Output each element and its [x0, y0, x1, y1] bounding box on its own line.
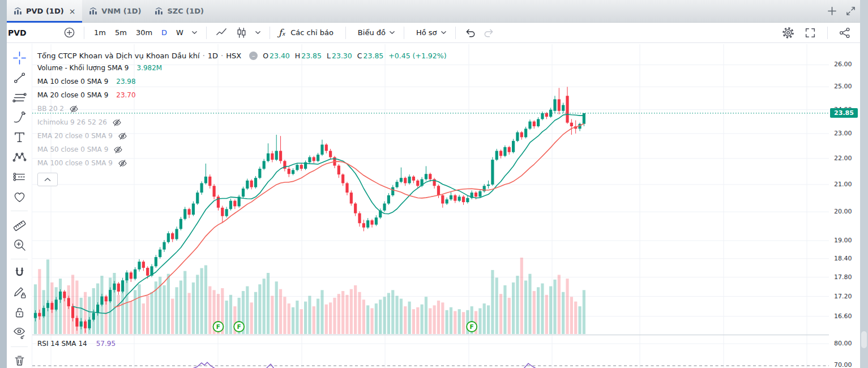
indicator-row[interactable]: EMA 20 close 0 SMA 9	[37, 129, 447, 143]
toolbar-separator	[455, 27, 456, 39]
lock-drawings-tool[interactable]	[8, 303, 30, 323]
indicator-row[interactable]: MA 20 close 0 SMA 923.70	[37, 88, 447, 102]
undo-button[interactable]	[461, 27, 480, 38]
measure-tool[interactable]	[8, 215, 30, 235]
hide-drawings-tool[interactable]	[8, 323, 30, 343]
visibility-off-icon[interactable]	[69, 105, 79, 113]
settings-gear-icon[interactable]	[778, 26, 798, 40]
interval-button-d[interactable]: D	[157, 28, 172, 37]
trend-line-tool[interactable]	[8, 68, 30, 88]
indicator-row[interactable]: Volume - Khối lượng SMA 93.982M	[37, 61, 447, 75]
price-axis-tick: 17.20	[834, 293, 852, 300]
indicator-label: EMA 20 close 0 SMA 9	[37, 132, 113, 140]
indicators-button[interactable]: ƒx Các chỉ báo	[275, 27, 340, 38]
indicator-label: MA 50 close 0 SMA 9	[37, 146, 108, 153]
price-axis-tick: 16.60	[834, 313, 852, 320]
indicator-label: BB 20 2	[37, 105, 64, 113]
sidebar-separator	[11, 346, 28, 347]
chart-menu-label: Biểu đồ	[354, 28, 389, 37]
xabcd-pattern-tool[interactable]	[8, 147, 30, 167]
svg-text:F: F	[216, 323, 220, 330]
remove-drawings-tool[interactable]	[8, 351, 30, 368]
trading-chart-app: PVD (1D)×VNM (1D)SZC (1D) PVD 1m5m30mDW	[0, 0, 868, 368]
add-chart-tab-button[interactable]	[827, 6, 837, 16]
visibility-off-icon[interactable]	[112, 118, 122, 127]
toolbar-separator	[345, 27, 346, 39]
interval-button-5m[interactable]: 5m	[110, 28, 131, 37]
magnet-tool[interactable]	[8, 263, 30, 283]
collapse-symbol-button[interactable]: –	[249, 52, 258, 60]
symbol-search-button[interactable]: PVD	[8, 28, 60, 37]
rsi-line	[193, 362, 215, 368]
indicator-row[interactable]: MA 50 close 0 SMA 9	[37, 143, 447, 156]
fib-retracement-tool[interactable]	[8, 88, 30, 108]
scrollbar-thumb[interactable]	[861, 331, 867, 348]
indicator-label: MA 10 close 0 SMA 9	[37, 78, 108, 85]
separator-dot: ·	[221, 52, 223, 60]
fullscreen-icon[interactable]	[801, 27, 820, 39]
chart-type-menu-chevron[interactable]	[251, 29, 264, 36]
drawing-tools-sidebar	[7, 44, 32, 368]
price-axis-tick: 26.00	[834, 61, 852, 68]
close-tab-icon[interactable]: ×	[69, 7, 76, 16]
volume-series	[34, 258, 585, 334]
interval-button-1m[interactable]: 1m	[89, 28, 110, 37]
price-axis[interactable]: 26.0025.0024.0023.0022.0021.0020.0019.00…	[829, 44, 860, 368]
fx-icon: ƒx	[279, 27, 285, 38]
indicator-value: 23.98	[116, 78, 135, 85]
ohlc-values: O23.40H23.85L23.30C23.85	[258, 52, 383, 60]
tab-vnm-1d[interactable]: VNM (1D)	[82, 0, 148, 22]
share-icon[interactable]	[835, 27, 854, 39]
visibility-off-icon[interactable]	[113, 146, 123, 154]
price-axis-tick: 25.00	[834, 83, 852, 90]
chart-tab-icon	[155, 7, 163, 15]
indicator-row[interactable]: MA 100 close 0 SMA 9	[37, 156, 447, 170]
visibility-off-icon[interactable]	[118, 159, 127, 168]
rsi-legend-row[interactable]: RSI 14 SMA 14 57.95	[37, 340, 116, 348]
ohlc-key: L	[327, 52, 331, 60]
symbol-legend-row[interactable]: Tổng CTCP Khoan và Dịch vụ Khoan Dầu khí…	[37, 50, 447, 61]
text-tool[interactable]	[8, 127, 30, 147]
interval-menu-chevron[interactable]	[188, 29, 201, 36]
drawing-mode-tool[interactable]	[8, 283, 30, 303]
profile-menu-label: Hồ sơ	[413, 28, 441, 37]
indicator-row[interactable]: Ichimoku 9 26 52 26	[37, 115, 447, 129]
indicator-label: MA 20 close 0 SMA 9	[37, 91, 108, 99]
chart-menu-button[interactable]: Biểu đồ	[351, 28, 399, 37]
profile-menu-button[interactable]: Hồ sơ	[409, 28, 450, 37]
expand-window-button[interactable]	[846, 6, 856, 16]
symbol-exchange: HSX	[226, 52, 241, 60]
icons-heart-tool[interactable]	[8, 187, 30, 207]
separator-dot: ·	[203, 52, 205, 60]
redo-button[interactable]	[480, 27, 498, 38]
interval-button-w[interactable]: W	[172, 28, 188, 37]
indicator-value: 3.982M	[137, 64, 163, 72]
tab-label: PVD (1D)	[26, 7, 64, 15]
ohlc-key: O	[263, 52, 268, 60]
sidebar-separator	[11, 211, 28, 211]
brush-tool[interactable]	[8, 108, 30, 127]
price-axis-tick: 18.40	[834, 255, 852, 262]
rsi-axis-tick: 70.00	[834, 361, 852, 368]
visibility-off-icon[interactable]	[118, 132, 127, 140]
tab-pvd-1d[interactable]: PVD (1D)×	[7, 0, 82, 22]
candlestick-chart-type-icon[interactable]	[232, 26, 251, 39]
indicator-value: 23.70	[116, 91, 135, 99]
window-left-strip	[0, 0, 7, 368]
indicator-label: MA 100 close 0 SMA 9	[37, 159, 113, 167]
line-chart-type-icon[interactable]	[212, 26, 232, 39]
indicator-label: Volume - Khối lượng SMA 9	[37, 64, 129, 72]
crosshair-tool[interactable]	[8, 48, 30, 68]
tab-szc-1d[interactable]: SZC (1D)	[148, 0, 211, 22]
ohlc-value: 23.85	[364, 52, 384, 60]
vertical-scrollbar[interactable]	[860, 0, 868, 368]
position-tool[interactable]	[8, 167, 30, 187]
indicator-row[interactable]: MA 10 close 0 SMA 923.98	[37, 75, 447, 88]
tab-label: SZC (1D)	[167, 7, 204, 15]
indicator-row[interactable]: BB 20 2	[37, 102, 447, 115]
compare-symbol-button[interactable]	[60, 27, 79, 38]
chart-legend: Tổng CTCP Khoan và Dịch vụ Khoan Dầu khí…	[37, 50, 447, 186]
collapse-indicators-button[interactable]	[37, 173, 58, 186]
interval-button-30m[interactable]: 30m	[131, 28, 157, 37]
zoom-in-tool[interactable]	[8, 235, 30, 255]
